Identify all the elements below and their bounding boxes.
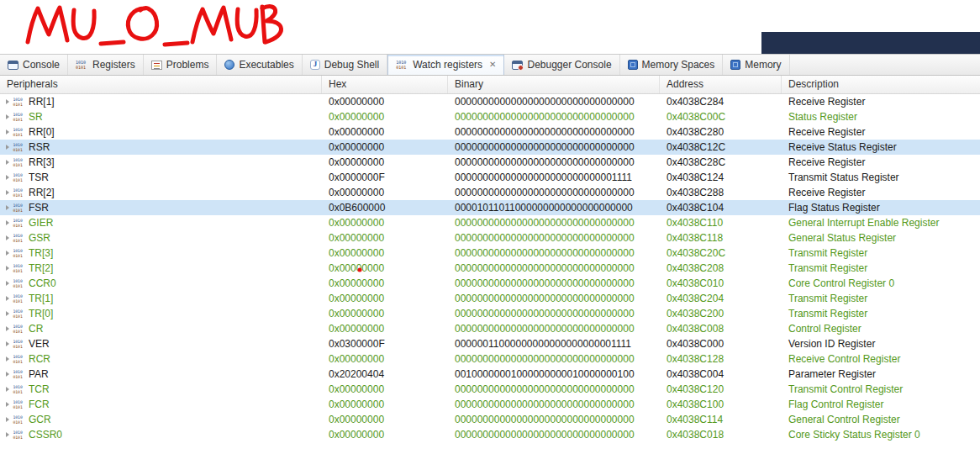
- expand-chevron-icon[interactable]: [6, 387, 9, 392]
- table-row[interactable]: TR[0]0x000000000000000000000000000000000…: [0, 306, 980, 321]
- table-row[interactable]: PAR0x20200404001000000010000000000100000…: [0, 367, 980, 382]
- cell-hex: 0x00000000: [322, 427, 448, 442]
- tab-console[interactable]: Console: [0, 55, 68, 75]
- cell-address: 0x4038C004: [660, 367, 782, 382]
- register-icon: [13, 399, 24, 409]
- cell-address: 0x4038C100: [660, 397, 782, 412]
- register-icon: [13, 278, 24, 288]
- register-icon: [13, 263, 24, 272]
- table-row[interactable]: RR[3]0x000000000000000000000000000000000…: [0, 155, 980, 170]
- register-name: TR[1]: [29, 291, 53, 306]
- table-row[interactable]: RR[2]0x000000000000000000000000000000000…: [0, 185, 980, 200]
- column-header-binary[interactable]: Binary: [448, 76, 660, 93]
- table-row[interactable]: FSR0x0B600000000010110110000000000000000…: [0, 200, 980, 215]
- cell-hex: 0x00000000: [322, 412, 448, 427]
- expand-chevron-icon[interactable]: [6, 160, 9, 165]
- tab-label: Executables: [239, 59, 293, 71]
- tab-debugger-console[interactable]: Debugger Console: [504, 55, 619, 75]
- cell-binary: 00000000000000000000000000000000: [448, 215, 660, 230]
- column-header-address[interactable]: Address: [660, 76, 782, 93]
- expand-chevron-icon[interactable]: [6, 145, 9, 150]
- table-row[interactable]: TCR0x00000000000000000000000000000000000…: [0, 382, 980, 397]
- register-name: PAR: [29, 367, 49, 382]
- table-row[interactable]: SR0x000000000000000000000000000000000000…: [0, 109, 980, 124]
- table-row[interactable]: VER0x0300000F000000110000000000000000000…: [0, 336, 980, 351]
- expand-chevron-icon[interactable]: [6, 281, 9, 286]
- tab-memory[interactable]: Memory: [723, 55, 789, 75]
- cell-address: 0x4038C114: [660, 412, 782, 427]
- cell-peripheral: TR[2]: [0, 261, 322, 276]
- table-row[interactable]: RCR0x00000000000000000000000000000000000…: [0, 351, 980, 367]
- expand-chevron-icon[interactable]: [6, 235, 9, 240]
- expand-chevron-icon[interactable]: [6, 402, 9, 407]
- cell-binary: 00000000000000000000000000000000: [448, 397, 660, 412]
- tab-registers[interactable]: Registers: [68, 55, 144, 75]
- executables-icon: [224, 60, 234, 70]
- table-row[interactable]: CR0x000000000000000000000000000000000000…: [0, 321, 980, 336]
- tab-watch-registers[interactable]: Watch registers✕: [387, 55, 504, 75]
- tab-problems[interactable]: Problems: [144, 55, 218, 75]
- table-row[interactable]: CCR00x0000000000000000000000000000000000…: [0, 276, 980, 291]
- register-name: RR[2]: [29, 185, 55, 200]
- table-row[interactable]: RR[0]0x000000000000000000000000000000000…: [0, 124, 980, 140]
- cell-description: Core Control Register 0: [782, 276, 980, 291]
- expand-chevron-icon[interactable]: [6, 432, 9, 437]
- column-header-description[interactable]: Description: [782, 76, 980, 93]
- table-row[interactable]: TR[2]0x000000000000000000000000000000000…: [0, 261, 980, 276]
- cell-binary: 00000000000000000000000000000000: [448, 109, 660, 124]
- expand-chevron-icon[interactable]: [6, 220, 9, 225]
- register-icon: [13, 187, 24, 197]
- cell-peripheral: TR[1]: [0, 291, 322, 306]
- table-row[interactable]: TR[3]0x000000000000000000000000000000000…: [0, 245, 980, 261]
- expand-chevron-icon[interactable]: [6, 266, 9, 271]
- tab-label: Watch registers: [413, 59, 482, 71]
- expand-chevron-icon[interactable]: [6, 356, 9, 362]
- expand-chevron-icon[interactable]: [6, 175, 9, 180]
- expand-chevron-icon[interactable]: [6, 341, 9, 346]
- column-header-peripherals[interactable]: Peripherals: [0, 76, 322, 93]
- expand-chevron-icon[interactable]: [6, 251, 9, 256]
- tab-executables[interactable]: Executables: [217, 55, 302, 75]
- expand-chevron-icon[interactable]: [6, 99, 9, 104]
- expand-chevron-icon[interactable]: [6, 296, 9, 301]
- cell-hex: 0x00000000: [322, 215, 448, 230]
- cell-peripheral: TR[0]: [0, 306, 322, 321]
- cell-address: 0x4038C208: [660, 261, 782, 276]
- debugger-console-icon: [512, 61, 523, 70]
- register-name: GCR: [29, 412, 51, 427]
- tab-memory-spaces[interactable]: Memory Spaces: [620, 55, 724, 75]
- cell-peripheral: TCR: [0, 382, 322, 397]
- cell-hex: 0x00000000: [322, 109, 448, 124]
- cell-address: 0x4038C104: [660, 200, 782, 215]
- cell-hex: 0x20200404: [322, 367, 448, 382]
- register-name: TR[2]: [29, 261, 53, 276]
- cell-hex: 0x00000000: [322, 185, 448, 200]
- close-icon[interactable]: ✕: [489, 61, 496, 69]
- expand-chevron-icon[interactable]: [6, 417, 9, 422]
- table-row[interactable]: GCR0x00000000000000000000000000000000000…: [0, 412, 980, 427]
- table-row[interactable]: RSR0x00000000000000000000000000000000000…: [0, 140, 980, 155]
- table-row[interactable]: RR[1]0x000000000000000000000000000000000…: [0, 94, 980, 109]
- table-row[interactable]: GIER0x0000000000000000000000000000000000…: [0, 215, 980, 230]
- cell-description: Receive Register: [782, 124, 980, 140]
- expand-chevron-icon[interactable]: [6, 311, 9, 316]
- table-row[interactable]: FCR0x00000000000000000000000000000000000…: [0, 397, 980, 412]
- tab-debug-shell[interactable]: Debug Shell: [303, 55, 387, 75]
- cell-hex: 0x00000000: [322, 306, 448, 321]
- annotation-strokes: [28, 7, 282, 45]
- expand-chevron-icon[interactable]: [6, 372, 9, 377]
- register-icon: [13, 142, 24, 151]
- cell-address: 0x4038C128: [660, 351, 782, 367]
- table-row[interactable]: CSSR00x000000000000000000000000000000000…: [0, 427, 980, 442]
- table-row[interactable]: TR[1]0x000000000000000000000000000000000…: [0, 291, 980, 306]
- table-row[interactable]: TSR0x0000000F000000000000000000000000000…: [0, 170, 980, 185]
- expand-chevron-icon[interactable]: [6, 326, 9, 331]
- expand-chevron-icon[interactable]: [6, 190, 9, 195]
- expand-chevron-icon[interactable]: [6, 129, 9, 135]
- table-row[interactable]: GSR0x00000000000000000000000000000000000…: [0, 230, 980, 245]
- cell-description: General Status Register: [782, 230, 980, 245]
- expand-chevron-icon[interactable]: [6, 205, 9, 210]
- expand-chevron-icon[interactable]: [6, 114, 9, 119]
- column-header-hex[interactable]: Hex: [322, 76, 448, 93]
- cell-binary: 00000000000000000000000000000000: [448, 185, 660, 200]
